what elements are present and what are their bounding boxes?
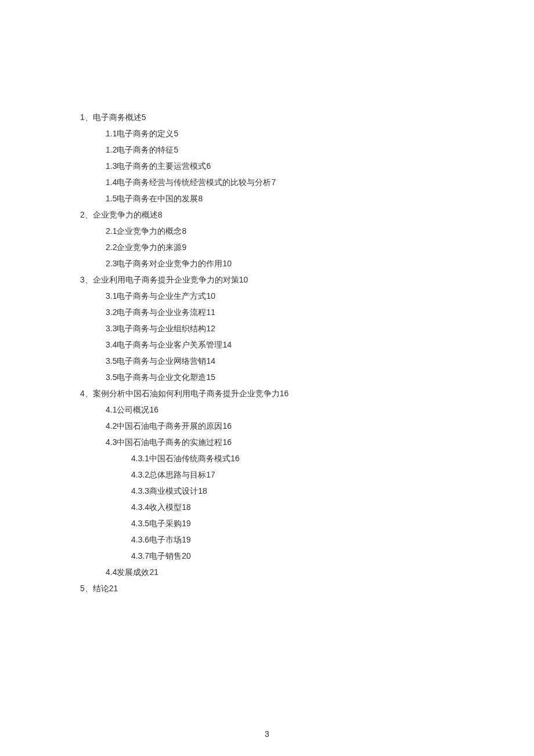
toc-entry: 3.1电子商务与企业生产方式10	[80, 288, 464, 304]
page-number: 3	[0, 729, 534, 739]
toc-entry: 2.1企业竞争力的概念8	[80, 223, 464, 239]
toc-entry: 4.3.4收入模型18	[80, 499, 464, 515]
toc-entry: 4.3.6电子市场19	[80, 531, 464, 548]
toc-entry: 1.1电子商务的定义5	[80, 125, 464, 142]
toc-entry: 4.4发展成效21	[80, 564, 464, 580]
toc-entry: 2.2企业竞争力的来源9	[80, 239, 464, 255]
toc-entry: 2.3电子商务对企业竞争力的作用10	[80, 255, 464, 272]
toc-entry: 4.3.7电子销售20	[80, 548, 464, 564]
toc-entry: 3、企业利用电子商务提升企业竞争力的对策10	[80, 272, 464, 288]
toc-entry: 4.3.3商业模式设计18	[80, 483, 464, 499]
toc-entry: 4.1公司概况16	[80, 401, 464, 418]
toc-entry: 3.3电子商务与企业组织结构12	[80, 320, 464, 337]
toc-entry: 3.5电子商务与企业网络营销14	[80, 353, 464, 369]
toc-entry: 4、案例分析中国石油如何利用电子商务提升企业竞争力16	[80, 385, 464, 401]
toc-entry: 3.4电子商务与企业客户关系管理14	[80, 337, 464, 353]
toc-entry: 4.3.5电子采购19	[80, 515, 464, 531]
toc-entry: 1.3电子商务的主要运营模式6	[80, 158, 464, 174]
toc-entry: 4.3.1中国石油传统商务模式16	[80, 450, 464, 466]
toc-entry: 4.3中国石油电子商务的实施过程16	[80, 434, 464, 450]
toc-entry: 1.5电子商务在中国的发展8	[80, 190, 464, 207]
toc-entry: 5、结论21	[80, 580, 464, 596]
toc-entry: 1、电子商务概述5	[80, 109, 464, 125]
toc-entry: 2、企业竞争力的概述8	[80, 207, 464, 223]
table-of-contents: 1、电子商务概述5 1.1电子商务的定义5 1.2电子商务的特征5 1.3电子商…	[0, 0, 534, 596]
toc-entry: 1.2电子商务的特征5	[80, 142, 464, 158]
toc-entry: 3.2电子商务与企业业务流程11	[80, 304, 464, 320]
toc-entry: 3.5电子商务与企业文化塑造15	[80, 369, 464, 385]
toc-entry: 1.4电子商务经营与传统经营模式的比较与分析7	[80, 174, 464, 190]
toc-entry: 4.2中国石油电子商务开展的原因16	[80, 418, 464, 434]
toc-entry: 4.3.2总体思路与目标17	[80, 466, 464, 483]
